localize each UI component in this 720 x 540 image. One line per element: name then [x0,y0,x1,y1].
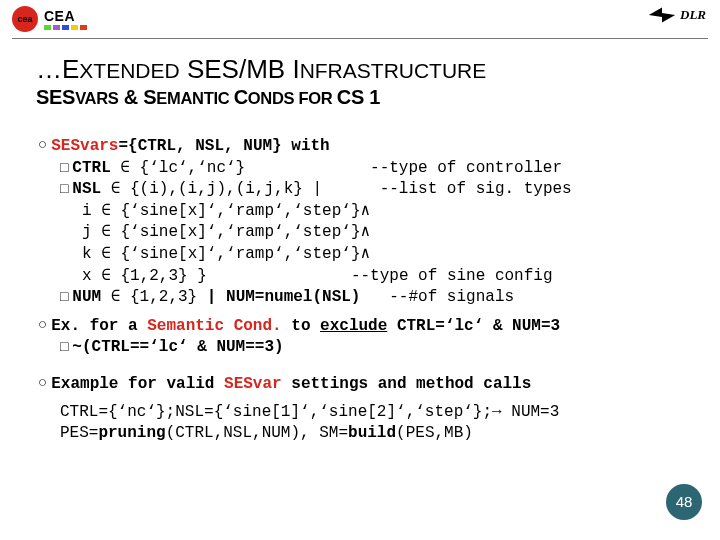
line-i: i ∈ {‘sine[x]‘,‘ramp‘,‘step‘}∧ [38,201,692,223]
line-k: k ∈ {‘sine[x]‘,‘ramp‘,‘step‘}∧ [38,244,692,266]
line-x: x ∈ {1,2,3} } --type of sine config [38,266,692,288]
cea-word: CEA [44,9,87,23]
header-divider [12,38,708,39]
line-settings: CTRL={‘nc‘};NSL={‘sine[1]‘,‘sine[2]‘,‘st… [38,402,692,424]
line-example-semcond: Ex. for a Semantic Cond. to exclude CTRL… [38,315,692,338]
page-number-badge: 48 [666,484,702,520]
line-calls: PES=pruning(CTRL,NSL,NUM), SM=build(PES,… [38,423,692,445]
logo-cea: cea CEA [12,6,87,32]
slide-subtitle: SESVARS & SEMANTIC CONDS FOR CS 1 [36,86,684,109]
slide-title: …EXTENDED SES/MB INFRASTRUCTURE [36,54,684,85]
slide: cea CEA DLR …EXTENDED SES/MB INFRASTRUCT… [0,0,720,540]
title-block: …EXTENDED SES/MB INFRASTRUCTURE SESVARS … [36,54,684,109]
line-sesvars: SESvars={CTRL, NSL, NUM} with [38,135,692,158]
cea-swatches [44,25,87,30]
logo-dlr: DLR [648,6,706,24]
line-ctrl: CTRL ∈ {‘lc‘,‘nc‘} --type of controller [38,158,692,180]
cea-badge-icon: cea [12,6,38,32]
dlr-bird-icon [648,6,676,24]
slide-body: SESvars={CTRL, NSL, NUM} with CTRL ∈ {‘l… [38,135,692,445]
dlr-label: DLR [680,7,706,23]
line-neg-cond: ~(CTRL==‘lc‘ & NUM==3) [38,337,692,359]
line-num: NUM ∈ {1,2,3} | NUM=numel(NSL) --#of sig… [38,287,692,309]
line-example-settings: Example for valid SESvar settings and me… [38,373,692,396]
cea-text: CEA [44,9,87,30]
line-j: j ∈ {‘sine[x]‘,‘ramp‘,‘step‘}∧ [38,222,692,244]
line-nsl: NSL ∈ {(i),(i,j),(i,j,k} | --list of sig… [38,179,692,201]
